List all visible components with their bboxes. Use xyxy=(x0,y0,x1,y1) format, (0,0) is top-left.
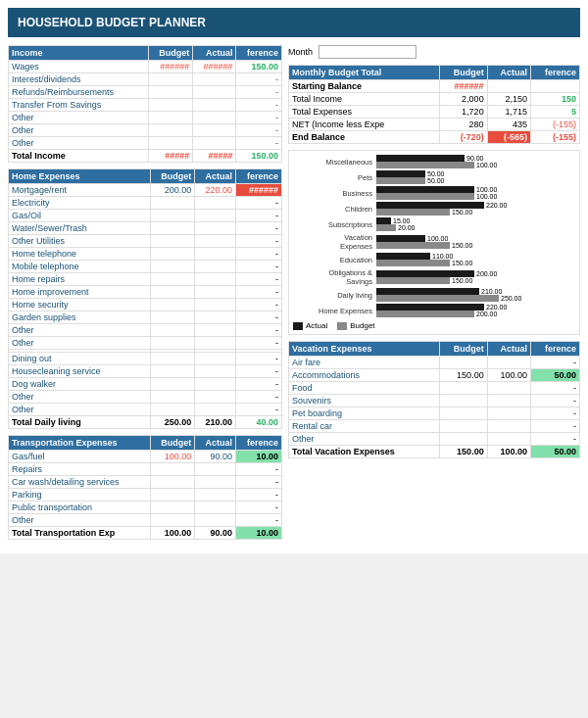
month-label: Month xyxy=(288,47,313,57)
vacation-diff-col: ference xyxy=(530,342,579,357)
table-row: Other - xyxy=(9,137,282,150)
home-actual-header: Actual xyxy=(195,169,236,184)
vacation-actual-col: Actual xyxy=(487,342,530,357)
transport-diff-header: ference xyxy=(235,436,281,451)
table-row: Gas/Oil - xyxy=(9,210,282,222)
income-actual-header: Actual xyxy=(193,46,236,61)
table-row: Other - xyxy=(9,391,282,404)
table-row: Other - xyxy=(9,514,282,527)
table-row: Other Utilities - xyxy=(9,235,282,248)
table-row: Dog walker - xyxy=(9,378,282,391)
table-row: Garden supplies - xyxy=(9,311,282,324)
table-row: Electricity - xyxy=(9,197,282,210)
table-row: Air fare - xyxy=(289,357,580,369)
legend-budget-label: Budget xyxy=(350,321,374,330)
home-expenses-header: Home Expenses xyxy=(9,169,151,184)
table-row: Total Expenses 1,720 1,715 5 xyxy=(289,106,580,119)
table-row: Car wash/detailing services - xyxy=(9,476,282,489)
chart-row-business: Business 100.00 100.00 xyxy=(293,186,575,200)
table-row: Pet boarding - xyxy=(289,407,580,420)
table-row: Interest/dividends - xyxy=(9,73,282,86)
chart-row-children: Children 220.00 150.00 xyxy=(293,202,575,215)
table-row: Water/Sewer/Trash - xyxy=(9,222,282,235)
table-row: Other - xyxy=(9,124,282,137)
table-row: Other - xyxy=(9,324,282,337)
budget-chart: Miscellaneous 90.00 100.00 Pets xyxy=(288,150,580,335)
transport-budget-header: Budget xyxy=(150,436,195,451)
home-budget-header: Budget xyxy=(150,169,195,184)
chart-legend: Actual Budget xyxy=(293,321,575,330)
table-row: Starting Balance ###### xyxy=(289,80,580,93)
home-diff-header: ference xyxy=(235,169,281,184)
table-row: Home repairs - xyxy=(9,273,282,286)
table-row: Housecleaning service - xyxy=(9,365,282,378)
income-header: Income xyxy=(9,46,149,61)
monthly-actual-col: Actual xyxy=(487,66,530,80)
monthly-diff-col: ference xyxy=(530,66,579,80)
end-balance-row: End Balance (-720) (-565) (-155) xyxy=(289,131,580,144)
income-total-row: Total Income ##### ##### 150.00 xyxy=(9,150,282,163)
page-title: HOUSEHOLD BUDGET PLANNER xyxy=(8,8,580,37)
table-row: Food - xyxy=(289,382,580,395)
chart-row-education: Education 110.00 150.00 xyxy=(293,253,575,266)
income-budget-header: Budget xyxy=(149,46,193,61)
table-row: Refunds/Reimbursements - xyxy=(9,86,282,99)
table-row: Transfer From Savings - xyxy=(9,99,282,112)
transport-actual-header: Actual xyxy=(195,436,236,451)
table-row: Home improvement - xyxy=(9,286,282,299)
table-row: Other - xyxy=(9,112,282,124)
vacation-header: Vacation Expenses xyxy=(289,342,440,357)
table-row: NET (Income less Expe 280 435 (-155) xyxy=(289,119,580,131)
table-row: Other - xyxy=(289,433,580,446)
table-row: Rental car - xyxy=(289,420,580,433)
table-row: Dining out - xyxy=(9,353,282,365)
table-row: Accommodations 150.00 100.00 50.00 xyxy=(289,369,580,382)
chart-row-home: Home Expenses 220.00 200.00 xyxy=(293,304,575,317)
chart-row-daily: Daily living 210.00 250.00 xyxy=(293,288,575,302)
transport-total-row: Total Transportation Exp 100.00 90.00 10… xyxy=(9,527,282,540)
chart-row-obligations: Obligations &Savings 200.00 150.00 xyxy=(293,268,575,286)
chart-row-misc: Miscellaneous 90.00 100.00 xyxy=(293,155,575,168)
table-row: Home telephone - xyxy=(9,248,282,261)
month-input[interactable] xyxy=(318,45,416,59)
table-row: Gas/fuel 100.00 90.00 10.00 xyxy=(9,451,282,463)
vacation-budget-col: Budget xyxy=(439,342,487,357)
chart-row-vacation: VacationExpenses 100.00 150.00 xyxy=(293,233,575,251)
table-row: Wages ###### ###### 150.00 xyxy=(9,61,282,73)
chart-row-pets: Pets 50.00 50.00 xyxy=(293,170,575,184)
table-row: Other - xyxy=(9,404,282,416)
table-row: Mortgage/rent 200.00 220.00 ###### xyxy=(9,184,282,197)
transport-header: Transportation Expenses xyxy=(9,436,151,451)
monthly-budget-header: Monthly Budget Total xyxy=(289,66,440,80)
table-row: Repairs - xyxy=(9,463,282,476)
monthly-budget-col: Budget xyxy=(439,66,487,80)
table-row: Total Income 2,000 2,150 150 xyxy=(289,93,580,106)
table-row: Other - xyxy=(9,337,282,350)
income-diff-header: ference xyxy=(236,46,282,61)
table-row: Mobile telephone - xyxy=(9,261,282,273)
table-row: Public transportation - xyxy=(9,502,282,514)
table-row: Souvenirs - xyxy=(289,395,580,407)
legend-actual-label: Actual xyxy=(306,321,327,330)
table-row: Parking - xyxy=(9,489,282,502)
vacation-total-row: Total Vacation Expenses 150.00 100.00 50… xyxy=(289,446,580,458)
table-row: Home security - xyxy=(9,299,282,311)
home-total-row: Total Daily living 250.00 210.00 40.00 xyxy=(9,416,282,429)
chart-row-subscriptions: Subscriptions 15.00 20.00 xyxy=(293,217,575,231)
